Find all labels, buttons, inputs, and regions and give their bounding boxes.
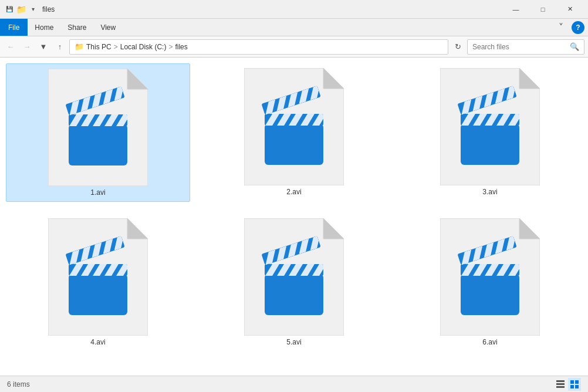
file-item[interactable]: 4.avi xyxy=(6,214,190,351)
help-button[interactable]: ? xyxy=(572,21,584,34)
path-arrow-2: > xyxy=(168,43,173,51)
svg-rect-105 xyxy=(570,380,574,384)
view-toggle xyxy=(554,378,581,391)
up-button[interactable]: ↑ xyxy=(53,40,67,54)
file-name: 1.avi xyxy=(90,188,105,197)
svg-rect-108 xyxy=(575,385,579,388)
file-menu-button[interactable]: File xyxy=(0,19,28,36)
save-icon[interactable]: 💾 xyxy=(5,5,14,14)
svg-marker-1 xyxy=(127,69,148,89)
file-icon xyxy=(440,218,540,336)
search-input[interactable] xyxy=(472,43,570,51)
maximize-button[interactable]: □ xyxy=(529,0,556,19)
folder-icon[interactable]: 📁 xyxy=(16,5,26,14)
details-view-button[interactable] xyxy=(554,378,567,391)
file-icon xyxy=(244,218,344,336)
window-controls: — □ ✕ xyxy=(502,0,583,19)
svg-rect-104 xyxy=(556,386,565,388)
status-bar: 6 items xyxy=(0,376,588,392)
forward-button[interactable]: → xyxy=(20,40,34,54)
tab-view[interactable]: View xyxy=(93,19,123,36)
svg-marker-69 xyxy=(323,218,344,239)
tab-home[interactable]: Home xyxy=(28,19,60,36)
main-area: 1.avi xyxy=(0,58,588,376)
search-box[interactable]: 🔍 xyxy=(467,39,584,55)
path-this-pc[interactable]: This PC xyxy=(86,43,111,51)
file-icon xyxy=(244,68,344,185)
minimize-button[interactable]: — xyxy=(502,0,529,19)
dropdown-button[interactable]: ▼ xyxy=(36,40,50,54)
path-local-disk[interactable]: Local Disk (C:) xyxy=(120,43,167,51)
svg-rect-36 xyxy=(461,124,519,165)
svg-rect-87 xyxy=(461,274,519,315)
file-item[interactable]: 3.avi xyxy=(398,63,582,202)
file-item[interactable]: 5.avi xyxy=(202,214,386,351)
path-arrow-1: > xyxy=(114,43,118,51)
svg-marker-35 xyxy=(519,68,540,89)
address-bar: ← → ▼ ↑ 📁 This PC > Local Disk (C:) > fi… xyxy=(0,36,588,58)
ribbon: File Home Share View ˅ ? xyxy=(0,19,588,36)
svg-rect-70 xyxy=(265,274,323,315)
path-files[interactable]: files xyxy=(175,43,187,51)
title-bar: 💾 📁 ▾ files — □ ✕ xyxy=(0,0,588,19)
file-icon xyxy=(48,69,148,186)
search-icon: 🔍 xyxy=(570,42,579,51)
window-title: files xyxy=(42,5,502,13)
content-area: 1.avi xyxy=(0,58,588,376)
close-button[interactable]: ✕ xyxy=(556,0,583,19)
file-icon xyxy=(440,68,540,185)
file-name: 5.avi xyxy=(286,338,301,346)
tab-share[interactable]: Share xyxy=(60,19,93,36)
svg-rect-19 xyxy=(265,124,323,165)
back-button[interactable]: ← xyxy=(4,40,18,54)
large-icon-view-button[interactable] xyxy=(568,378,581,391)
file-name: 2.avi xyxy=(286,188,301,196)
svg-marker-52 xyxy=(127,218,148,239)
svg-rect-102 xyxy=(556,380,565,382)
file-name: 4.avi xyxy=(90,338,105,346)
file-icon xyxy=(48,218,148,336)
item-count: 6 items xyxy=(7,380,30,388)
svg-rect-107 xyxy=(570,385,574,388)
file-item[interactable]: 1.avi xyxy=(6,63,190,202)
svg-rect-106 xyxy=(575,380,579,384)
address-path[interactable]: 📁 This PC > Local Disk (C:) > files xyxy=(69,39,448,55)
svg-rect-53 xyxy=(69,274,127,315)
svg-rect-103 xyxy=(556,383,565,385)
file-item[interactable]: 2.avi xyxy=(202,63,386,202)
refresh-button[interactable]: ↻ xyxy=(451,40,465,54)
title-bar-icons: 💾 📁 ▾ xyxy=(5,5,38,14)
svg-marker-86 xyxy=(519,218,540,239)
file-name: 6.avi xyxy=(482,338,497,346)
ribbon-collapse-icon[interactable]: ˅ xyxy=(554,19,568,36)
svg-rect-2 xyxy=(69,124,127,165)
file-item[interactable]: 6.avi xyxy=(398,214,582,351)
svg-marker-18 xyxy=(323,68,344,89)
file-name: 3.avi xyxy=(482,188,497,196)
title-dropdown-icon[interactable]: ▾ xyxy=(28,5,38,14)
